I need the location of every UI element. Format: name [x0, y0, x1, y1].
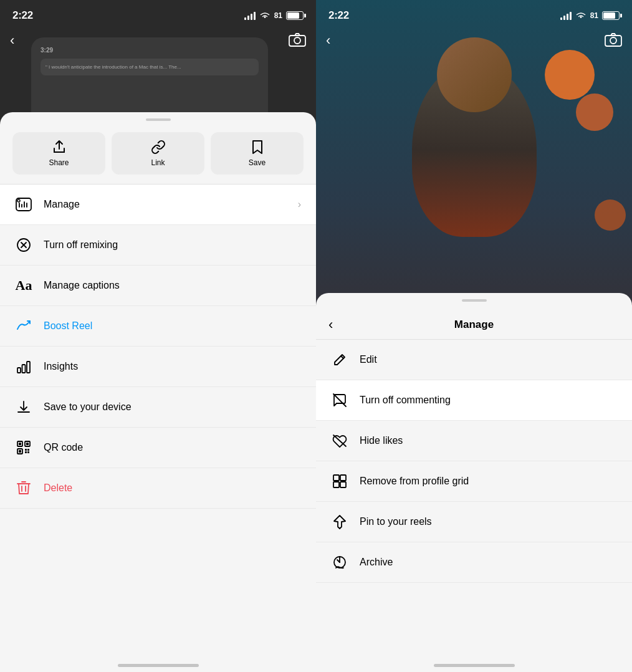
turn-off-commenting-icon: [331, 391, 348, 409]
wifi-icon-right: [575, 11, 587, 20]
menu-item-turn-off-remixing[interactable]: Turn off remixing: [0, 225, 316, 266]
svg-rect-22: [333, 482, 339, 487]
svg-rect-7: [27, 362, 30, 373]
insights-icon: [15, 358, 32, 375]
edit-icon: [331, 351, 348, 368]
wifi-icon-left: [259, 11, 271, 20]
sheet-handle-left: [146, 118, 171, 121]
status-icons-left: 81: [244, 11, 304, 20]
edit-label: Edit: [360, 354, 377, 365]
save-button[interactable]: Save: [211, 132, 304, 175]
delete-label: Delete: [44, 482, 72, 494]
svg-rect-23: [340, 482, 346, 487]
menu-item-manage[interactable]: Manage ›: [0, 185, 316, 225]
battery-text-right: 81: [590, 11, 598, 20]
svg-rect-2: [16, 198, 31, 211]
link-label: Link: [151, 158, 165, 167]
svg-rect-20: [333, 475, 339, 481]
share-row: Share Link Save: [0, 126, 316, 185]
battery-icon-right: [602, 11, 620, 20]
svg-rect-21: [340, 475, 346, 481]
svg-rect-11: [19, 443, 21, 445]
menu-item-turn-off-commenting[interactable]: Turn off commenting: [316, 380, 632, 421]
delete-icon: [15, 479, 32, 497]
svg-rect-14: [25, 449, 27, 451]
status-icons-right: 81: [560, 11, 620, 20]
home-indicator-right: [434, 664, 515, 667]
sheet-handle-right: [462, 299, 487, 302]
home-indicator-left: [118, 664, 199, 667]
quote-box: " I wouldn't anticipate the introduction…: [41, 59, 259, 75]
signal-icon-right: [560, 11, 572, 20]
bottom-sheet-right: ‹ Manage Edit Turn off commenting: [316, 293, 632, 672]
manage-back-button[interactable]: ‹: [328, 317, 333, 333]
menu-item-pin-reels[interactable]: Pin to your reels: [316, 502, 632, 542]
person-head: [437, 37, 512, 112]
turn-off-remixing-icon: [15, 236, 32, 254]
svg-rect-6: [22, 365, 26, 373]
svg-rect-17: [27, 451, 29, 453]
camera-button-right[interactable]: [605, 32, 622, 50]
link-button[interactable]: Link: [112, 132, 204, 175]
svg-rect-15: [27, 449, 29, 451]
link-icon: [151, 140, 166, 155]
pin-reels-icon: [331, 513, 348, 530]
svg-point-1: [294, 37, 300, 44]
battery-text-left: 81: [274, 11, 282, 20]
camera-icon-left: [289, 32, 306, 47]
camera-button-left[interactable]: [289, 32, 306, 50]
qr-code-icon: [15, 439, 32, 456]
back-button-left[interactable]: ‹: [10, 32, 14, 49]
menu-item-manage-captions[interactable]: Aa Manage captions: [0, 266, 316, 306]
menu-item-delete[interactable]: Delete: [0, 468, 316, 509]
quote-text: " I wouldn't anticipate the introduction…: [45, 64, 254, 70]
manage-chevron-icon: ›: [298, 199, 301, 210]
hide-likes-label: Hide likes: [360, 435, 403, 446]
svg-point-19: [610, 37, 616, 44]
insights-label: Insights: [44, 361, 78, 372]
boost-reel-icon: [15, 317, 32, 335]
menu-item-edit[interactable]: Edit: [316, 340, 632, 380]
right-panel: 2:22 81 ‹: [316, 0, 632, 672]
svg-point-3: [17, 199, 20, 202]
remove-grid-icon: [331, 473, 348, 490]
deco-circle-2: [576, 94, 613, 131]
menu-item-boost-reel[interactable]: Boost Reel: [0, 306, 316, 347]
menu-item-remove-grid[interactable]: Remove from profile grid: [316, 461, 632, 502]
save-icon: [251, 140, 264, 155]
menu-item-insights[interactable]: Insights: [0, 347, 316, 387]
share-label: Share: [49, 158, 69, 167]
manage-captions-label: Manage captions: [44, 280, 120, 291]
menu-item-hide-likes[interactable]: Hide likes: [316, 421, 632, 461]
camera-icon-right: [605, 32, 622, 47]
manage-label: Manage: [44, 199, 80, 210]
left-panel: 3:29 " I wouldn't anticipate the introdu…: [0, 0, 316, 672]
manage-header: ‹ Manage: [316, 307, 632, 340]
time-right: 2:22: [328, 9, 349, 22]
archive-icon: [331, 554, 348, 571]
manage-captions-icon: Aa: [15, 277, 32, 294]
archive-label: Archive: [360, 557, 393, 568]
turn-off-remixing-label: Turn off remixing: [44, 239, 118, 251]
remove-grid-label: Remove from profile grid: [360, 476, 469, 487]
manage-icon: [15, 196, 32, 213]
back-button-right[interactable]: ‹: [326, 32, 330, 49]
menu-item-archive[interactable]: Archive: [316, 542, 632, 583]
save-device-label: Save to your device: [44, 401, 132, 413]
qr-code-label: QR code: [44, 442, 83, 453]
pin-reels-label: Pin to your reels: [360, 516, 432, 527]
menu-item-save-device[interactable]: Save to your device: [0, 387, 316, 428]
svg-rect-12: [26, 443, 29, 445]
share-button[interactable]: Share: [12, 132, 105, 175]
share-icon: [52, 140, 67, 155]
boost-reel-label: Boost Reel: [44, 320, 92, 332]
save-device-icon: [15, 398, 32, 416]
deco-circle-1: [545, 50, 595, 100]
menu-item-qr-code[interactable]: QR code: [0, 428, 316, 468]
bottom-sheet-left: Share Link Save: [0, 112, 316, 672]
svg-rect-16: [25, 451, 27, 453]
svg-rect-13: [19, 450, 21, 453]
status-bar-left: 2:22 81: [0, 0, 316, 31]
status-bar-right: 2:22 81: [316, 0, 632, 31]
deco-circle-3: [595, 199, 626, 231]
